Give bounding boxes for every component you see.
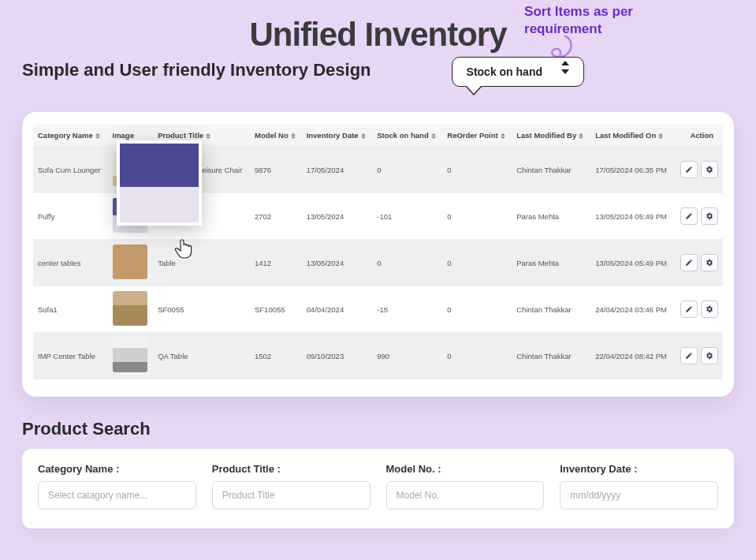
search-category-input[interactable]	[38, 481, 196, 510]
cell-last-by: Chintan Thakkar	[512, 333, 590, 379]
search-category-label: Category Name :	[38, 463, 196, 475]
settings-button[interactable]	[701, 207, 718, 225]
edit-button[interactable]	[680, 254, 698, 271]
col-last-on[interactable]: Last Modified On	[590, 125, 674, 147]
cell-inventory-date: 17/05/2024	[302, 147, 373, 193]
cell-last-on: 24/04/2024 03:46 PM	[590, 286, 674, 333]
cell-stock: 0	[372, 147, 442, 193]
cell-stock: 0	[372, 240, 442, 286]
cell-action	[674, 193, 723, 240]
edit-button[interactable]	[680, 161, 698, 178]
cell-image	[108, 333, 154, 379]
inventory-table-card: Category Name Image Product Title Model …	[22, 112, 734, 397]
table-row: center tablesTable141213/05/202400Paras …	[33, 240, 723, 286]
cell-reorder: 0	[442, 240, 512, 286]
cell-inventory-date: 13/05/2024	[302, 193, 373, 240]
cell-category: center tables	[33, 240, 108, 286]
cell-stock: -15	[372, 286, 442, 333]
sort-dropdown-label: Stock on hand	[467, 65, 542, 78]
search-product-label: Product Title :	[212, 463, 371, 475]
cell-action	[674, 333, 723, 379]
cell-reorder: 0	[442, 286, 512, 333]
product-thumb[interactable]	[113, 245, 147, 279]
col-inventory-date[interactable]: Inventory Date	[302, 125, 373, 147]
cell-model-no: SF10055	[250, 286, 302, 333]
cell-image	[108, 240, 154, 286]
cell-inventory-date: 09/10/2023	[302, 333, 373, 379]
product-search-heading: Product Search	[22, 419, 734, 439]
sort-dropdown[interactable]: Stock on hand	[452, 57, 584, 87]
cell-category: Sofa1	[33, 286, 108, 333]
cell-stock: 990	[372, 333, 442, 379]
cell-category: Sofa Cum Lounger	[33, 147, 108, 193]
cell-inventory-date: 04/04/2024	[302, 286, 373, 333]
table-row: Sofa1SF0055SF1005504/04/2024-150Chintan …	[33, 286, 723, 333]
cell-last-on: 22/04/2024 08:42 PM	[590, 333, 674, 379]
cell-reorder: 0	[442, 147, 512, 193]
sort-hint-line1: Sort Items as per	[524, 3, 633, 21]
table-row: IMP Center TableQA Table150209/10/202399…	[33, 333, 723, 379]
col-stock[interactable]: Stock on hand	[372, 125, 442, 147]
cursor-hand-icon	[173, 237, 197, 260]
product-thumb[interactable]	[113, 338, 147, 372]
cell-action	[674, 286, 723, 333]
cell-product-title: QA Table	[153, 333, 250, 379]
cell-category: IMP Center Table	[33, 333, 108, 379]
page-subtitle: Simple and User friendly Inventory Desig…	[22, 60, 371, 80]
col-model-no[interactable]: Model No	[250, 125, 302, 147]
cell-last-by: Paras Mehta	[512, 193, 590, 240]
cell-product-title: Table	[153, 240, 250, 286]
cell-image	[108, 286, 154, 333]
settings-button[interactable]	[701, 254, 718, 271]
cell-model-no: 1502	[250, 333, 302, 379]
edit-button[interactable]	[680, 207, 698, 225]
search-model-input[interactable]	[386, 481, 545, 510]
cell-last-by: Chintan Thakkar	[512, 286, 590, 333]
cell-last-on: 13/05/2024 05:49 PM	[590, 240, 674, 286]
cell-category: Puffy	[33, 193, 108, 240]
product-search-card: Category Name : Product Title : Model No…	[22, 449, 734, 528]
col-reorder[interactable]: ReOrder Point	[442, 125, 512, 147]
cell-last-on: 13/05/2024 05:49 PM	[590, 193, 674, 240]
thumb-hover-preview	[117, 140, 202, 226]
col-last-by[interactable]: Last Modified By	[512, 125, 590, 147]
cell-action	[674, 240, 723, 286]
cell-last-by: Chintan Thakkar	[512, 147, 590, 193]
col-action: Action	[674, 125, 723, 147]
col-category[interactable]: Category Name	[33, 125, 108, 147]
settings-button[interactable]	[701, 161, 718, 178]
settings-button[interactable]	[701, 347, 718, 364]
cell-model-no: 1412	[250, 240, 302, 286]
settings-button[interactable]	[701, 301, 718, 318]
edit-button[interactable]	[680, 347, 698, 364]
cell-reorder: 0	[442, 193, 512, 240]
sort-hint: Sort Items as per requirement	[524, 3, 633, 38]
cell-product-title: SF0055	[153, 286, 250, 333]
edit-button[interactable]	[680, 301, 698, 318]
cell-last-by: Paras Mehta	[512, 240, 590, 286]
cell-action	[674, 147, 723, 193]
cell-reorder: 0	[442, 333, 512, 379]
search-date-input[interactable]	[560, 481, 718, 510]
search-model-label: Model No. :	[386, 463, 545, 475]
cell-inventory-date: 13/05/2024	[302, 240, 373, 286]
cell-model-no: 2702	[250, 193, 302, 240]
search-product-input[interactable]	[212, 481, 371, 510]
product-thumb[interactable]	[113, 291, 147, 326]
cell-model-no: 9876	[250, 147, 302, 193]
cell-last-on: 17/05/2024 06:35 PM	[590, 147, 674, 193]
search-date-label: Inventory Date :	[560, 463, 718, 475]
cell-stock: -101	[372, 193, 442, 240]
